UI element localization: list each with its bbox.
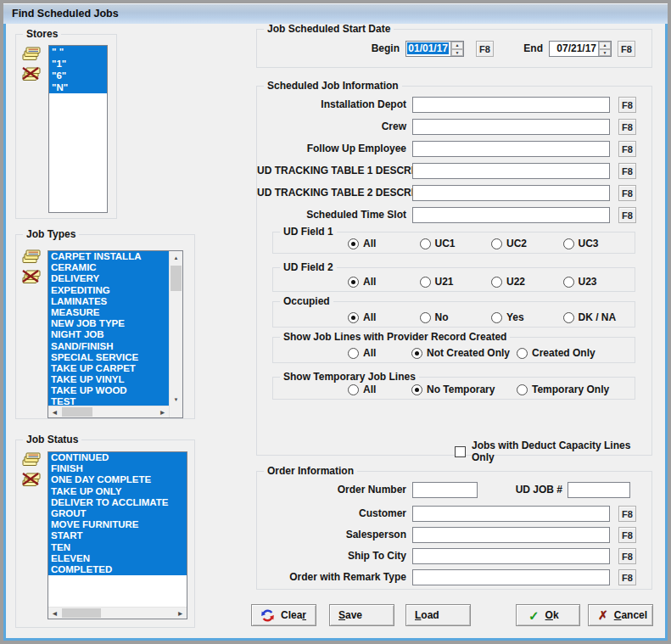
- end-date-field[interactable]: 07/21/17 ▲▼: [549, 41, 612, 57]
- save-button[interactable]: Save: [329, 604, 394, 626]
- list-item[interactable]: "1": [49, 58, 107, 70]
- spinner-down-icon[interactable]: ▼: [451, 49, 463, 57]
- radio-option[interactable]: U23: [563, 276, 635, 288]
- radio-option[interactable]: Temporary Only: [517, 384, 609, 395]
- field-input[interactable]: [412, 119, 610, 135]
- field-f8-button[interactable]: F8: [618, 506, 636, 522]
- radio-option[interactable]: All: [348, 238, 420, 249]
- titlebar[interactable]: Find Scheduled Jobs: [3, 3, 668, 24]
- radio-option[interactable]: UC3: [563, 238, 635, 249]
- list-item[interactable]: TEN: [48, 542, 187, 553]
- select-all-icon[interactable]: [21, 249, 42, 264]
- scrollbar-thumb[interactable]: [171, 266, 182, 291]
- field-input[interactable]: [412, 163, 610, 179]
- spinner-down-icon[interactable]: ▼: [599, 49, 611, 57]
- checkbox-icon[interactable]: [455, 446, 466, 457]
- deselect-all-icon[interactable]: [21, 66, 42, 81]
- radio-option[interactable]: All: [348, 276, 420, 288]
- list-item[interactable]: MEASURE: [48, 307, 169, 318]
- field-f8-button[interactable]: F8: [618, 119, 636, 135]
- horizontal-scrollbar[interactable]: ◀ ▶: [48, 607, 187, 619]
- radio-option[interactable]: DK / NA: [563, 311, 635, 323]
- begin-date-spinner[interactable]: ▲▼: [450, 42, 463, 56]
- field-input[interactable]: [412, 141, 610, 157]
- ud-job-input[interactable]: [568, 482, 630, 498]
- end-date-f8-button[interactable]: F8: [618, 41, 635, 57]
- radio-option[interactable]: U21: [420, 276, 492, 288]
- clear-button[interactable]: Clear: [251, 604, 316, 626]
- job-status-list[interactable]: CONTINUED FINISH ONE DAY COMPLETE TAKE U…: [48, 451, 187, 619]
- horizontal-scrollbar[interactable]: ◀ ▶: [48, 406, 169, 417]
- list-item[interactable]: SPECIAL SERVICE: [48, 352, 169, 363]
- list-item[interactable]: EXPEDITING: [48, 285, 169, 296]
- scrollbar-thumb[interactable]: [62, 407, 92, 417]
- list-item[interactable]: TAKE UP CARPET: [48, 363, 169, 374]
- radio-option[interactable]: U22: [491, 276, 563, 288]
- cancel-button[interactable]: ✗ Cancel: [588, 604, 653, 626]
- field-input[interactable]: [412, 569, 610, 585]
- field-f8-button[interactable]: F8: [618, 207, 636, 223]
- deduct-capacity-checkbox-row[interactable]: Jobs with Deduct Capacity Lines Only: [455, 440, 651, 463]
- list-item[interactable]: MOVE FURNITURE: [48, 519, 187, 530]
- radio-option[interactable]: All: [348, 347, 411, 359]
- list-item[interactable]: NIGHT JOB: [48, 329, 169, 340]
- scroll-down-arrow-icon[interactable]: ▼: [170, 393, 182, 406]
- load-button[interactable]: Load: [405, 604, 471, 626]
- field-input[interactable]: [412, 97, 610, 113]
- spinner-up-icon[interactable]: ▲: [599, 42, 611, 49]
- list-item[interactable]: CONTINUED: [48, 452, 187, 463]
- list-item[interactable]: TEST: [48, 396, 169, 406]
- job-types-list[interactable]: CARPET INSTALLA CERAMIC DELIVERY EXPEDIT…: [48, 250, 183, 418]
- field-input[interactable]: [412, 185, 610, 201]
- list-item[interactable]: "N": [49, 81, 107, 93]
- list-item[interactable]: TAKE UP WOOD: [48, 385, 169, 396]
- list-item[interactable]: DELIVERY: [48, 273, 169, 284]
- field-f8-button[interactable]: F8: [618, 97, 636, 113]
- scrollbar-thumb[interactable]: [62, 608, 101, 618]
- deselect-all-icon[interactable]: [21, 472, 42, 487]
- list-item[interactable]: TAKE UP VINYL: [48, 374, 169, 385]
- end-date-spinner[interactable]: ▲▼: [598, 42, 611, 56]
- select-all-icon[interactable]: [21, 451, 42, 467]
- radio-option[interactable]: UC2: [491, 238, 563, 249]
- list-item[interactable]: COMPLETED: [48, 564, 187, 575]
- scroll-right-arrow-icon[interactable]: ▶: [156, 406, 169, 417]
- field-input[interactable]: [412, 548, 610, 564]
- scroll-right-arrow-icon[interactable]: ▶: [174, 608, 187, 619]
- list-item[interactable]: " ": [49, 46, 107, 58]
- ok-button[interactable]: ✓ Ok: [516, 604, 580, 626]
- list-item[interactable]: START: [48, 530, 187, 541]
- radio-option[interactable]: All: [348, 311, 420, 323]
- begin-date-f8-button[interactable]: F8: [476, 41, 494, 57]
- radio-option[interactable]: Not Created Only: [411, 347, 517, 359]
- list-item[interactable]: DELIVER TO ACCLIMATE: [48, 497, 187, 508]
- scroll-up-arrow-icon[interactable]: ▲: [170, 251, 182, 264]
- list-item[interactable]: CERAMIC: [48, 262, 169, 273]
- list-item[interactable]: TAKE UP ONLY: [48, 486, 187, 497]
- select-all-icon[interactable]: [21, 46, 42, 61]
- vertical-scrollbar[interactable]: ▲ ▼: [169, 251, 182, 417]
- field-f8-button[interactable]: F8: [618, 548, 636, 564]
- scroll-left-arrow-icon[interactable]: ◀: [48, 608, 61, 619]
- field-f8-button[interactable]: F8: [618, 569, 636, 585]
- list-item[interactable]: ONE DAY COMPLETE: [48, 474, 187, 485]
- field-f8-button[interactable]: F8: [618, 163, 636, 179]
- radio-option[interactable]: UC1: [420, 238, 492, 249]
- list-item[interactable]: NEW JOB TYPE: [48, 318, 169, 329]
- radio-option[interactable]: Created Only: [517, 347, 596, 359]
- list-item[interactable]: GROUT: [48, 508, 187, 519]
- list-item[interactable]: SAND/FINISH: [48, 341, 169, 352]
- scroll-left-arrow-icon[interactable]: ◀: [48, 406, 61, 417]
- deselect-all-icon[interactable]: [21, 269, 42, 284]
- field-input[interactable]: [412, 207, 610, 223]
- list-item[interactable]: "6": [49, 70, 107, 81]
- spinner-up-icon[interactable]: ▲: [451, 42, 463, 49]
- field-f8-button[interactable]: F8: [618, 141, 636, 157]
- list-item[interactable]: ELEVEN: [48, 553, 187, 564]
- field-input[interactable]: [412, 506, 610, 522]
- stores-list[interactable]: " " "1" "6" "N": [48, 45, 108, 213]
- order-number-input[interactable]: [412, 482, 478, 498]
- radio-option[interactable]: No: [420, 311, 492, 323]
- list-item[interactable]: CARPET INSTALLA: [48, 251, 169, 262]
- list-item[interactable]: FINISH: [48, 463, 187, 474]
